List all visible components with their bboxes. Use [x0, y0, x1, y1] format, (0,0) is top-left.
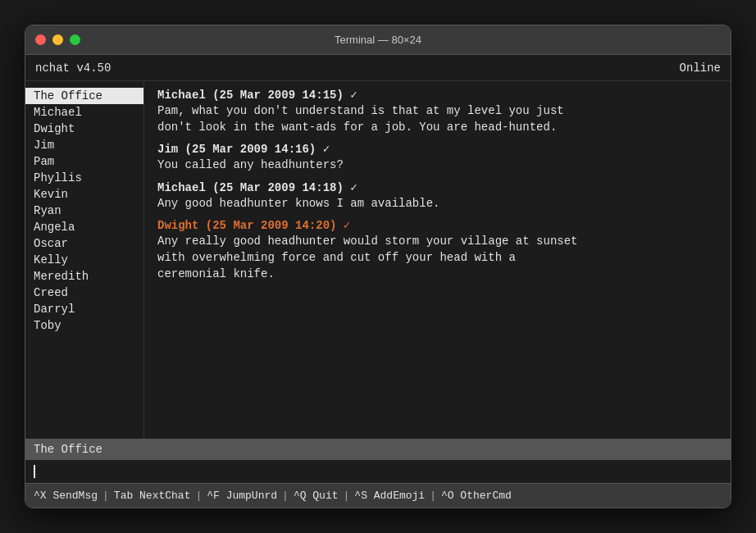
sidebar-item-ryan[interactable]: Ryan — [25, 203, 143, 219]
close-button[interactable] — [35, 34, 46, 45]
sidebar-item-the-office[interactable]: The Office — [25, 88, 143, 104]
chat-block-msg1: Michael (25 Mar 2009 14:15) ✓Pam, what y… — [157, 88, 717, 135]
keybinding-sep-1: | — [102, 490, 109, 502]
chat-block-msg2: Jim (25 Mar 2009 14:16) ✓You called any … — [157, 142, 717, 174]
chat-text-msg3: Any good headhunter knows I am available… — [157, 196, 717, 212]
chat-block-msg4: Dwight (25 Mar 2009 14:20) ✓Any really g… — [157, 218, 717, 282]
input-cursor-row[interactable] — [25, 460, 731, 483]
sidebar-item-oscar[interactable]: Oscar — [25, 235, 143, 252]
maximize-button[interactable] — [70, 34, 80, 45]
keybinding-sep-9: | — [430, 490, 436, 502]
keybinding-^O[interactable]: ^O OtherCmd — [441, 490, 512, 502]
app-version: nchat v4.50 — [35, 61, 111, 75]
sidebar-item-toby[interactable]: Toby — [25, 317, 143, 334]
chat-text-msg4: with overwhelming force and cut off your… — [157, 250, 717, 266]
chat-text-msg1: don't look in the want-ads for a job. Yo… — [157, 120, 717, 136]
sidebar-item-phyllis[interactable]: Phyllis — [25, 170, 143, 186]
sidebar-item-pam[interactable]: Pam — [25, 153, 143, 170]
keybinding-sep-5: | — [282, 490, 289, 502]
keybinding-Tab[interactable]: Tab NextChat — [114, 490, 191, 502]
input-label-bar: The Office — [25, 439, 731, 460]
input-area[interactable]: The Office — [25, 439, 731, 483]
keybinding-^S[interactable]: ^S AddEmoji — [354, 490, 425, 502]
input-channel-label: The Office — [34, 443, 102, 456]
chat-text-msg1: Pam, what you don't understand is that a… — [157, 103, 717, 120]
keybindings-bar: ^X SendMsg | Tab NextChat | ^F JumpUnrd … — [25, 483, 731, 508]
chat-author-msg1: Michael (25 Mar 2009 14:15) ✓ — [157, 88, 717, 102]
connection-status: Online — [680, 61, 721, 75]
sidebar-item-jim[interactable]: Jim — [25, 137, 143, 153]
chat-text-msg4: ceremonial knife. — [157, 266, 717, 283]
statusbar: nchat v4.50 Online — [25, 55, 731, 81]
keybinding-sep-7: | — [344, 490, 350, 502]
sidebar: The OfficeMichaelDwightJimPamPhyllisKevi… — [25, 81, 144, 439]
minimize-button[interactable] — [52, 34, 63, 45]
titlebar-buttons — [35, 34, 80, 45]
chat-text-msg2: You called any headhunters? — [157, 157, 717, 174]
keybinding-^X[interactable]: ^X SendMsg — [34, 490, 98, 502]
chat-text-msg4: Any really good headhunter would storm y… — [157, 234, 717, 250]
sidebar-item-kevin[interactable]: Kevin — [25, 186, 143, 203]
sidebar-item-creed[interactable]: Creed — [25, 285, 143, 301]
sidebar-item-michael[interactable]: Michael — [25, 104, 143, 121]
keybinding-^F[interactable]: ^F JumpUnrd — [207, 490, 277, 502]
sidebar-item-meredith[interactable]: Meredith — [25, 268, 143, 285]
text-cursor — [34, 465, 35, 478]
keybinding-^Q[interactable]: ^Q Quit — [294, 490, 339, 502]
titlebar: Terminal — 80×24 — [25, 25, 731, 55]
chat-block-msg3: Michael (25 Mar 2009 14:18) ✓Any good he… — [157, 180, 717, 212]
keybinding-sep-3: | — [195, 490, 202, 502]
chat-author-msg3: Michael (25 Mar 2009 14:18) ✓ — [157, 180, 717, 194]
chat-author-msg4: Dwight (25 Mar 2009 14:20) ✓ — [157, 218, 717, 232]
terminal-window: Terminal — 80×24 nchat v4.50 Online The … — [25, 25, 731, 508]
main-content: The OfficeMichaelDwightJimPamPhyllisKevi… — [25, 81, 731, 439]
chat-area[interactable]: Michael (25 Mar 2009 14:15) ✓Pam, what y… — [144, 81, 731, 439]
sidebar-item-dwight[interactable]: Dwight — [25, 121, 143, 137]
sidebar-item-kelly[interactable]: Kelly — [25, 252, 143, 268]
sidebar-item-darryl[interactable]: Darryl — [25, 301, 143, 317]
window-title: Terminal — 80×24 — [335, 34, 421, 46]
sidebar-item-angela[interactable]: Angela — [25, 219, 143, 235]
chat-author-msg2: Jim (25 Mar 2009 14:16) ✓ — [157, 142, 717, 156]
